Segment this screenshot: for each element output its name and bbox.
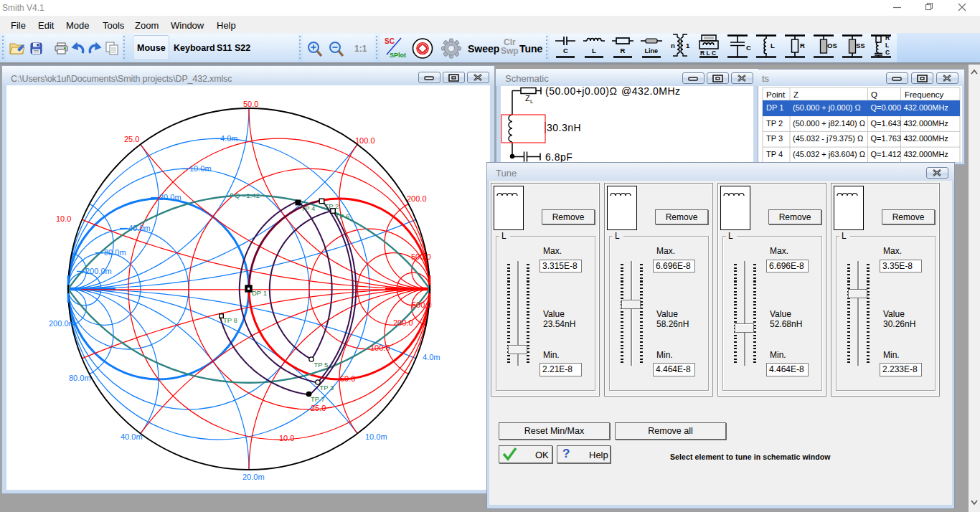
svg-text:(50.00+j0.00)Ω: (50.00+j0.00)Ω — [545, 86, 617, 97]
svg-text:40.0m: 40.0m — [121, 432, 143, 441]
svg-text:200.0m: 200.0m — [49, 319, 75, 328]
svg-text:C: C — [563, 47, 568, 54]
svg-text:TP 7: TP 7 — [311, 395, 325, 403]
svg-text:200.0: 200.0 — [393, 318, 413, 327]
svg-text:40.0m: 40.0m — [128, 224, 151, 232]
svg-text:500.0: 500.0 — [411, 252, 431, 261]
svg-text:R: R — [885, 34, 890, 42]
svg-text:10.0: 10.0 — [279, 434, 294, 442]
svg-text:100.0: 100.0 — [355, 136, 375, 145]
svg-text:TP 2: TP 2 — [325, 202, 339, 210]
svg-text:10.0: 10.0 — [56, 214, 71, 223]
svg-text:TP 6: TP 6 — [336, 212, 350, 220]
svg-text:TP 3: TP 3 — [320, 384, 334, 392]
svg-text:TP 5: TP 5 — [314, 361, 329, 369]
svg-text:1: 1 — [686, 42, 690, 49]
svg-text:20.0m: 20.0m — [242, 473, 265, 481]
svg-text:200.0m: 200.0m — [85, 267, 112, 275]
svg-text:100.0: 100.0 — [370, 343, 390, 352]
svg-text:25.0: 25.0 — [124, 135, 139, 143]
svg-text:L: L — [530, 98, 534, 105]
svg-text:4.0m: 4.0m — [220, 134, 237, 143]
svg-text:L: L — [592, 47, 596, 54]
svg-text:500.0: 500.0 — [412, 300, 432, 309]
svg-text:TP 4: TP 4 — [301, 204, 316, 212]
svg-text:SS: SS — [856, 42, 865, 49]
svg-text:200.0: 200.0 — [407, 194, 427, 203]
svg-text:OS: OS — [827, 42, 837, 49]
svg-text:L: L — [771, 42, 775, 49]
svg-text:TP 8: TP 8 — [223, 316, 237, 324]
svg-text:C: C — [746, 44, 751, 52]
svg-text:R: R — [621, 47, 626, 54]
svg-text:80.0m: 80.0m — [69, 374, 91, 382]
svg-text:10.0m: 10.0m — [365, 432, 387, 441]
svg-text:6.8pF: 6.8pF — [545, 151, 573, 163]
svg-text:10.0m: 10.0m — [189, 164, 212, 173]
svg-text:C: C — [885, 49, 890, 56]
svg-text:50.0: 50.0 — [340, 374, 355, 383]
svg-text:20.0m: 20.0m — [159, 193, 182, 202]
svg-text:25.0: 25.0 — [311, 404, 326, 412]
svg-text:R L C: R L C — [700, 49, 716, 57]
svg-text:n: n — [671, 42, 675, 49]
svg-text:L: L — [885, 42, 889, 49]
svg-text:DP 1: DP 1 — [252, 289, 267, 297]
svg-text:Z: Z — [525, 94, 530, 103]
svg-text:SPlot: SPlot — [390, 52, 406, 59]
svg-text:4.0m: 4.0m — [423, 353, 440, 361]
svg-text:80.0m: 80.0m — [104, 248, 126, 257]
svg-text:SC: SC — [385, 37, 395, 45]
svg-text:50.0: 50.0 — [243, 100, 258, 108]
svg-text:R: R — [800, 42, 805, 49]
svg-text:30.3nH: 30.3nH — [547, 122, 581, 133]
svg-text:@432.0MHz: @432.0MHz — [621, 86, 681, 97]
svg-text:Line: Line — [645, 47, 659, 54]
svg-text:Q =1.42: Q =1.42 — [235, 191, 260, 199]
